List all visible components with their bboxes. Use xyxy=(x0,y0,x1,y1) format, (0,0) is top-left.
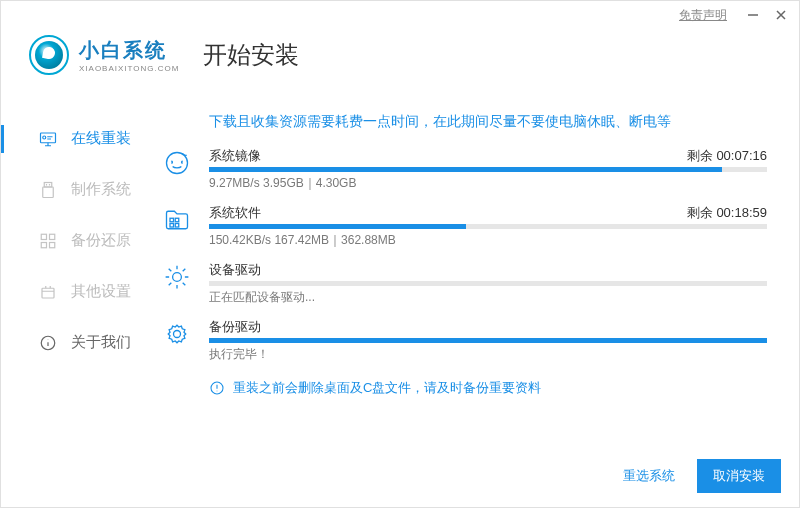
usb-icon xyxy=(39,181,57,199)
sidebar-item-reinstall[interactable]: 在线重装 xyxy=(1,113,161,164)
task-backup-driver: 备份驱动 执行完毕！ xyxy=(161,318,767,371)
sidebar-item-label: 其他设置 xyxy=(71,282,131,301)
sidebar: 在线重装 制作系统 备份还原 其他设置 关于我们 xyxy=(1,89,161,469)
svg-point-16 xyxy=(174,331,181,338)
title-bar: 免责声明 xyxy=(1,1,799,29)
sidebar-item-label: 在线重装 xyxy=(71,129,131,148)
logo-icon xyxy=(29,35,69,75)
svg-rect-2 xyxy=(44,182,52,187)
reselect-system-button[interactable]: 重选系统 xyxy=(619,459,679,493)
close-icon xyxy=(775,9,787,21)
svg-rect-4 xyxy=(41,234,46,239)
gear-icon xyxy=(163,263,191,291)
brand-name-cn: 小白系统 xyxy=(79,37,179,64)
svg-rect-8 xyxy=(42,288,54,298)
face-icon xyxy=(163,149,191,177)
alert-icon xyxy=(209,380,225,396)
svg-rect-7 xyxy=(50,242,55,247)
task-title: 设备驱动 xyxy=(209,261,261,279)
svg-point-15 xyxy=(173,273,182,282)
header: 小白系统 XIAOBAIXITONG.COM 开始安装 xyxy=(1,29,799,89)
minimize-icon xyxy=(747,9,759,21)
sidebar-item-makesystem[interactable]: 制作系统 xyxy=(1,164,161,215)
brand: 小白系统 XIAOBAIXITONG.COM xyxy=(79,37,179,73)
folder-grid-icon xyxy=(163,206,191,234)
sidebar-item-settings[interactable]: 其他设置 xyxy=(1,266,161,317)
sidebar-item-about[interactable]: 关于我们 xyxy=(1,317,161,368)
svg-rect-13 xyxy=(170,224,174,228)
box-icon xyxy=(39,283,57,301)
svg-rect-11 xyxy=(170,218,174,222)
svg-rect-12 xyxy=(175,218,179,222)
progress-bar xyxy=(209,338,767,343)
task-detail: 执行完毕！ xyxy=(209,346,269,363)
close-button[interactable] xyxy=(767,1,795,29)
svg-point-1 xyxy=(43,136,46,139)
sidebar-item-label: 制作系统 xyxy=(71,180,131,199)
task-title: 备份驱动 xyxy=(209,318,261,336)
warning-text: 下载且收集资源需要耗费一点时间，在此期间尽量不要使电脑休眠、断电等 xyxy=(209,113,767,131)
page-title: 开始安装 xyxy=(203,39,299,71)
progress-bar xyxy=(209,281,767,286)
notice-text: 重装之前会删除桌面及C盘文件，请及时备份重要资料 xyxy=(233,379,541,397)
task-detail: 150.42KB/s 167.42MB｜362.88MB xyxy=(209,232,396,249)
brand-name-en: XIAOBAIXITONG.COM xyxy=(79,64,179,73)
task-remain: 剩余 00:18:59 xyxy=(687,204,767,222)
sidebar-item-backup[interactable]: 备份还原 xyxy=(1,215,161,266)
minimize-button[interactable] xyxy=(739,1,767,29)
progress-bar xyxy=(209,167,767,172)
sidebar-item-label: 备份还原 xyxy=(71,231,131,250)
main: 下载且收集资源需要耗费一点时间，在此期间尽量不要使电脑休眠、断电等 系统镜像剩余… xyxy=(161,89,799,469)
info-icon xyxy=(39,334,57,352)
svg-rect-14 xyxy=(175,224,179,228)
task-title: 系统镜像 xyxy=(209,147,261,165)
cancel-install-button[interactable]: 取消安装 xyxy=(697,459,781,493)
task-title: 系统软件 xyxy=(209,204,261,222)
task-device-driver: 设备驱动 正在匹配设备驱动... xyxy=(161,261,767,314)
disclaimer-link[interactable]: 免责声明 xyxy=(679,7,727,24)
progress-bar xyxy=(209,224,767,229)
task-system-software: 系统软件剩余 00:18:59 150.42KB/s 167.42MB｜362.… xyxy=(161,204,767,257)
task-remain: 剩余 00:07:16 xyxy=(687,147,767,165)
notice: 重装之前会删除桌面及C盘文件，请及时备份重要资料 xyxy=(209,379,767,397)
svg-rect-5 xyxy=(50,234,55,239)
sidebar-item-label: 关于我们 xyxy=(71,333,131,352)
task-system-image: 系统镜像剩余 00:07:16 9.27MB/s 3.95GB｜4.30GB xyxy=(161,147,767,200)
monitor-icon xyxy=(39,130,57,148)
svg-rect-6 xyxy=(41,242,46,247)
grid-icon xyxy=(39,232,57,250)
task-detail: 正在匹配设备驱动... xyxy=(209,289,315,306)
task-detail: 9.27MB/s 3.95GB｜4.30GB xyxy=(209,175,356,192)
footer: 重选系统 取消安装 xyxy=(1,459,799,507)
svg-rect-3 xyxy=(43,187,54,198)
gear-outline-icon xyxy=(163,320,191,348)
